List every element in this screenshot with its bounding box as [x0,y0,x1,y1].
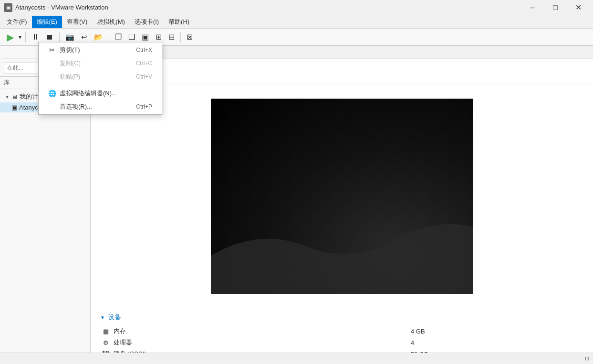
window-title: Atanycosts - VMware Workstation [15,4,521,11]
dropdown-shortcut-0: Ctrl+X [136,47,152,53]
vm-preview-area [91,84,593,308]
close-button[interactable]: ✕ [567,0,589,15]
dropdown-item-icon-4: 🌐 [48,90,56,97]
toolbar-sep-4 [180,32,181,42]
dropdown-item-4[interactable]: 🌐 虚拟网络编辑器(N)... [39,87,162,100]
resize-icon: ⊡ [585,355,589,362]
view-btn-5[interactable]: ⊟ [166,30,177,44]
device-icon-1: ⚙ [100,337,112,348]
dropdown-item-label-1: 复制(C) [48,59,81,68]
computer-icon: 🖥 [11,93,18,101]
menu-bar: 文件(F) 编辑(E) 查看(V) 虚拟机(M) 选项卡(I) 帮助(H) [0,15,593,29]
device-row-0: ▦ 内存 4 GB [100,325,583,337]
app-icon: ▣ [4,3,12,12]
devices-expand-icon: ▼ [100,315,105,320]
dropdown-item-1: 复制(C) Ctrl+C [39,57,162,70]
menu-view[interactable]: 查看(V) [62,16,92,28]
dropdown-item-0[interactable]: ✂ 剪切(T) Ctrl+X [39,43,162,57]
menu-options[interactable]: 选项卡(I) [130,16,164,28]
expand-icon: ▼ [5,94,10,100]
title-bar: ▣ Atanycosts - VMware Workstation – □ ✕ [0,0,593,15]
dropdown-separator-3 [39,85,162,85]
menu-edit[interactable]: 编辑(E) [32,16,62,28]
device-value-0: 4 GB [409,325,583,337]
vm-preview-wave [211,199,473,294]
toolbar-sep-2 [59,32,60,42]
devices-section-header[interactable]: ▼ 设备 [100,313,583,322]
dropdown-shortcut-5: Ctrl+P [136,103,152,110]
dropdown-item-5[interactable]: 首选项(R)... Ctrl+P [39,100,162,113]
device-row-1: ⚙ 处理器 4 [100,337,583,348]
menu-vm[interactable]: 虚拟机(M) [92,16,130,28]
toolbar-sep-1 [25,32,26,42]
status-bar: ⊡ [0,353,593,364]
window-controls: – □ ✕ [521,0,589,15]
dropdown-item-label-5: 首选项(R)... [48,102,92,111]
play-dropdown-button[interactable]: ▾ [18,30,22,44]
device-name-0: 内存 [112,325,409,337]
dropdown-item-icon-0: ✂ [48,46,56,54]
main-content: its ▼ 设备 ▦ 内存 4 GB [91,59,593,364]
devices-title: 设备 [108,313,121,322]
menu-file[interactable]: 文件(F) [2,16,32,28]
play-button[interactable]: ▶ [4,30,17,44]
dropdown-item-label-2: 粘贴(P) [48,72,80,81]
device-value-1: 4 [409,337,583,348]
menu-help[interactable]: 帮助(H) [164,16,194,28]
vm-title-area: its [91,59,593,84]
dropdown-shortcut-1: Ctrl+C [136,60,152,67]
device-name-1: 处理器 [112,337,409,348]
device-icon-0: ▦ [100,325,112,337]
minimize-button[interactable]: – [521,0,543,15]
dropdown-shortcut-2: Ctrl+V [136,73,152,80]
dropdown-item-label-0: ✂ 剪切(T) [48,46,80,54]
dropdown-item-label-4: 🌐 虚拟网络编辑器(N)... [48,89,117,98]
edit-dropdown-menu: ✂ 剪切(T) Ctrl+X 复制(C) Ctrl+C 粘贴(P) Ctrl+V… [38,42,162,115]
toolbar-sep-3 [109,32,109,42]
maximize-button[interactable]: □ [544,0,566,15]
vm-icon: ▣ [11,104,17,111]
dropdown-item-2: 粘贴(P) Ctrl+V [39,70,162,83]
vm-screenshot[interactable] [211,99,473,294]
view-btn-6[interactable]: ⊠ [184,30,196,44]
